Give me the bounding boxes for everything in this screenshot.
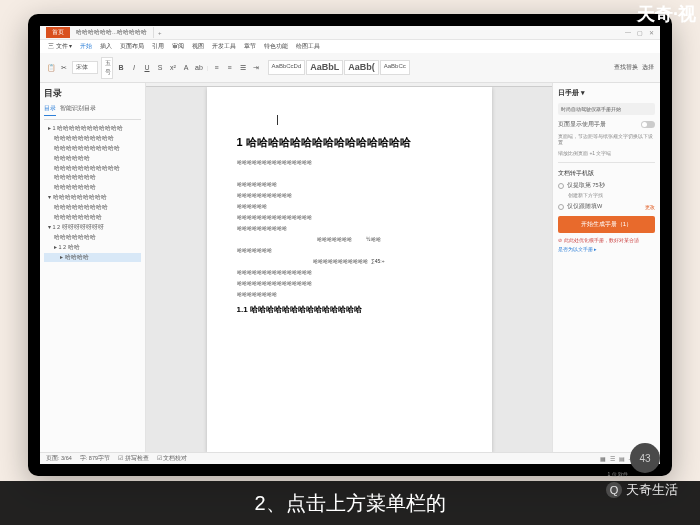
caption-text: 2、点击上方菜单栏的 <box>254 490 445 517</box>
option-row[interactable]: 仅提取第 75秒 <box>558 182 655 189</box>
outline-item[interactable]: ▾ 哈哈哈哈哈哈哈哈哈 <box>44 193 141 203</box>
outline-item[interactable]: ▸ 1 哈哈哈哈哈哈哈哈哈哈哈 <box>44 124 141 134</box>
paragraph: 哈哈哈哈哈哈哈哈 <box>237 290 462 298</box>
list-icon[interactable]: ☰ <box>238 63 248 73</box>
option-label: 仅提取第 75秒 <box>567 182 605 189</box>
toggle-row: 页面显示使用手册 <box>558 121 655 128</box>
window-titlebar: 首页 哈哈哈哈哈哈...哈哈哈哈哈 + — ▢ ✕ <box>40 26 660 40</box>
italic-icon[interactable]: I <box>129 63 139 73</box>
video-caption: 2、点击上方菜单栏的 <box>0 481 700 525</box>
document-tab[interactable]: 哈哈哈哈哈哈...哈哈哈哈哈 <box>70 27 154 38</box>
highlight-icon[interactable]: ab <box>194 63 204 73</box>
outline-item[interactable]: 哈哈哈哈哈哈哈哈 <box>44 213 141 223</box>
document-page[interactable]: 1 哈哈哈哈哈哈哈哈哈哈哈哈哈哈哈 哈哈哈哈哈哈哈哈哈哈哈哈哈哈哈 哈哈哈哈哈哈… <box>207 87 492 452</box>
cut-icon[interactable]: ✂ <box>59 63 69 73</box>
brand-watermark: 天奇·视 <box>637 2 696 26</box>
floating-hint: 1 位 软件 <box>607 472 628 478</box>
document-canvas: 1 哈哈哈哈哈哈哈哈哈哈哈哈哈哈哈 哈哈哈哈哈哈哈哈哈哈哈哈哈哈哈 哈哈哈哈哈哈… <box>146 83 552 452</box>
menu-features[interactable]: 特色功能 <box>264 42 288 51</box>
option-sublabel: 创建新下方字找 <box>558 192 655 198</box>
menu-insert[interactable]: 插入 <box>100 42 112 51</box>
toggle-switch[interactable] <box>641 121 655 128</box>
style-heading2[interactable]: AaBb( <box>344 60 379 75</box>
proofing-toggle[interactable]: ☑ 文档校对 <box>157 455 188 462</box>
select-button[interactable]: 选择 <box>642 63 654 72</box>
outline-item[interactable]: 哈哈哈哈哈哈哈 <box>44 183 141 193</box>
radio-icon[interactable] <box>558 204 564 210</box>
warning-text: ⊘ 此此处优化模手册，数好对某合适 <box>558 237 655 243</box>
menu-home[interactable]: 开始 <box>80 42 92 51</box>
align-left-icon[interactable]: ≡ <box>212 63 222 73</box>
style-subtitle[interactable]: AaBbCc <box>380 60 410 75</box>
font-size-selector[interactable]: 五号 <box>101 57 113 79</box>
menu-references[interactable]: 引用 <box>152 42 164 51</box>
section-title: 文档转手机版 <box>558 169 655 178</box>
warning-icon: ⊘ <box>558 237 562 243</box>
heading-1: 1 哈哈哈哈哈哈哈哈哈哈哈哈哈哈哈 <box>237 134 462 152</box>
close-icon[interactable]: ✕ <box>649 29 654 36</box>
option-row[interactable]: 仅仅跟随填W 更改 <box>558 203 655 210</box>
view-web-icon[interactable]: ☰ <box>610 456 615 462</box>
window-controls: — ▢ ✕ <box>625 29 660 36</box>
menu-layout[interactable]: 页面布局 <box>120 42 144 51</box>
rank-badge: 43 <box>630 443 660 473</box>
menu-drawing[interactable]: 绘图工具 <box>296 42 320 51</box>
menu-section[interactable]: 章节 <box>244 42 256 51</box>
horizontal-ruler[interactable] <box>146 83 552 87</box>
screen: 首页 哈哈哈哈哈哈...哈哈哈哈哈 + — ▢ ✕ 三 文件 ▾ 开始 插入 页… <box>40 26 660 464</box>
equation-line: 哈哈哈哈哈哈哈哈哈哈哈 ∑45:÷ <box>237 257 462 265</box>
minimize-icon[interactable]: — <box>625 29 631 36</box>
outline-item[interactable]: 哈哈哈哈哈哈哈哈哈哈哈 <box>44 144 141 154</box>
tab-toc[interactable]: 目录 <box>44 104 56 116</box>
outline-item[interactable]: 哈哈哈哈哈哈哈 <box>44 233 141 243</box>
text-cursor <box>277 115 278 125</box>
font-selector[interactable]: 宋体 <box>72 61 98 74</box>
style-normal[interactable]: AaBbCcDd <box>268 60 306 75</box>
menu-file[interactable]: 三 文件 ▾ <box>48 42 72 51</box>
style-gallery: AaBbCcDd AaBbL AaBb( AaBbCc <box>268 60 410 75</box>
super-icon[interactable]: x² <box>168 63 178 73</box>
style-heading1[interactable]: AaBbL <box>306 60 343 75</box>
indent-icon[interactable]: ⇥ <box>251 63 261 73</box>
outline-item[interactable]: 哈哈哈哈哈哈哈 <box>44 173 141 183</box>
change-link[interactable]: 更改 <box>645 204 655 210</box>
add-tab-button[interactable]: + <box>154 30 166 36</box>
align-center-icon[interactable]: ≡ <box>225 63 235 73</box>
panel-hint: 缩放比例页面 +1 文字端 <box>558 150 655 156</box>
radio-icon[interactable] <box>558 183 564 189</box>
menu-review[interactable]: 审阅 <box>172 42 184 51</box>
outline-item[interactable]: ▸ 1 2 哈哈 <box>44 243 141 253</box>
outline-item[interactable]: 哈哈哈哈哈哈哈哈哈哈 <box>44 134 141 144</box>
view-outline-icon[interactable]: ▤ <box>619 456 625 462</box>
maximize-icon[interactable]: ▢ <box>637 29 643 36</box>
page-indicator[interactable]: 页面: 3/64 <box>46 455 72 462</box>
home-tab[interactable]: 首页 <box>46 27 70 38</box>
outline-item[interactable]: ▸ 哈哈哈哈 <box>44 253 141 263</box>
paragraph: 哈哈哈哈哈哈哈哈 <box>237 180 462 188</box>
outline-item[interactable]: ▾ 1 2 呀呀呀呀呀呀呀 <box>44 223 141 233</box>
outline-item[interactable]: 哈哈哈哈哈哈 <box>44 154 141 164</box>
panel-note: 时尚自动驾驶仪器手册开始 <box>558 103 655 115</box>
paragraph: 哈哈哈哈哈哈哈 <box>237 246 462 254</box>
underline-icon[interactable]: U <box>142 63 152 73</box>
outline-item[interactable]: 哈哈哈哈哈哈哈哈哈哈哈 <box>44 164 141 174</box>
generate-button[interactable]: 开始生成手册（1） <box>558 216 655 233</box>
bold-icon[interactable]: B <box>116 63 126 73</box>
word-count[interactable]: 字: 879字节 <box>80 455 110 462</box>
toggle-label: 页面显示使用手册 <box>558 121 606 128</box>
strike-icon[interactable]: S <box>155 63 165 73</box>
color-icon[interactable]: A <box>181 63 191 73</box>
outline-item[interactable]: 哈哈哈哈哈哈哈哈哈 <box>44 203 141 213</box>
menu-devtools[interactable]: 开发工具 <box>212 42 236 51</box>
tab-smart-toc[interactable]: 智能识别目录 <box>60 104 96 116</box>
more-link[interactable]: 是否为以文手册 ▸ <box>558 246 655 252</box>
spell-check-toggle[interactable]: ☑ 拼写检查 <box>118 455 149 462</box>
paragraph: 哈哈哈哈哈哈哈哈哈哈哈哈哈哈哈 <box>237 279 462 287</box>
paragraph: 哈哈哈哈哈哈 <box>237 202 462 210</box>
paste-icon[interactable]: 📋 <box>46 63 56 73</box>
panel-title[interactable]: 日手册 ▾ <box>558 88 655 98</box>
menu-view[interactable]: 视图 <box>192 42 204 51</box>
view-print-icon[interactable]: ▦ <box>600 456 606 462</box>
paragraph: 哈哈哈哈哈哈哈哈哈哈哈 <box>237 191 462 199</box>
find-replace-button[interactable]: 查找替换 <box>614 63 638 72</box>
